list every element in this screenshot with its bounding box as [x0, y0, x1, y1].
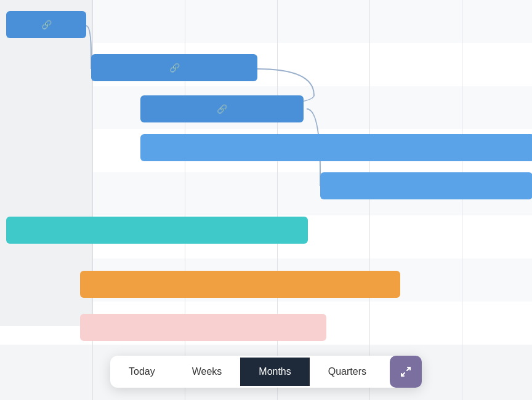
months-button[interactable]: Months — [240, 358, 309, 386]
link-icon: 🔗 — [41, 20, 52, 30]
gantt-bar-3[interactable]: 🔗 — [140, 95, 304, 122]
gantt-bar-2[interactable]: 🔗 — [91, 54, 257, 81]
gantt-bar-8[interactable] — [80, 314, 326, 341]
quarters-button[interactable]: Quarters — [310, 358, 385, 386]
gantt-bar-6[interactable] — [6, 217, 308, 244]
link-icon: 🔗 — [217, 104, 227, 114]
bars-area: 🔗 🔗 🔗 — [0, 0, 532, 326]
expand-icon — [400, 366, 412, 378]
link-icon: 🔗 — [169, 63, 180, 73]
weeks-button[interactable]: Weeks — [174, 358, 241, 386]
gantt-bar-7[interactable] — [80, 271, 400, 298]
gantt-bar-5[interactable] — [320, 172, 532, 199]
gantt-bar-1[interactable]: 🔗 — [6, 11, 86, 38]
expand-button[interactable] — [390, 356, 422, 388]
gantt-chart: 🔗 🔗 🔗 Today Weeks Months Quarters — [0, 0, 532, 400]
today-button[interactable]: Today — [110, 358, 174, 386]
toolbar: Today Weeks Months Quarters — [110, 356, 422, 388]
gantt-bar-4[interactable] — [140, 134, 532, 161]
